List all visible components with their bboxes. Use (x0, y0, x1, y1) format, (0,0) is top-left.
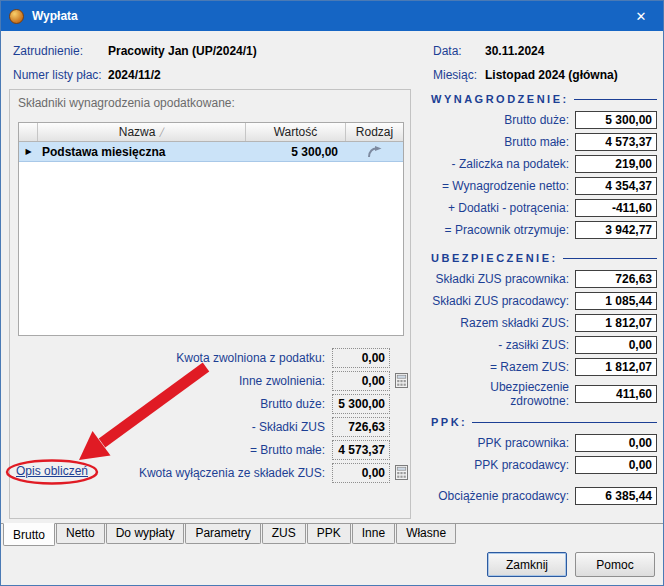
month-label: Miesiąc: (433, 68, 485, 82)
summary-row: Składki ZUS pracodawcy: 1 085,44 (431, 290, 657, 312)
amount-field: 4 354,37 (575, 177, 657, 195)
tab-parametry[interactable]: Parametry (185, 524, 260, 544)
payroll-list-label: Numer listy płac: (13, 68, 108, 82)
close-icon[interactable]: ✕ (619, 1, 663, 31)
header-left: Zatrudnienie: Pracowity Jan (UP/2024/1) … (13, 39, 257, 87)
amount-field: 1 085,44 (575, 292, 657, 310)
amount-field: 0,00 (332, 348, 390, 368)
section-title-wynagrodzenie: WYNAGRODZENIE: (431, 89, 657, 109)
amount-field: -411,60 (575, 199, 657, 217)
amount-field: 219,00 (575, 155, 657, 173)
summary-row: = Wynagrodzenie netto: 4 354,37 (431, 175, 657, 197)
summary-row: = Razem ZUS: 1 812,07 (431, 356, 657, 378)
tab-inne[interactable]: Inne (352, 524, 395, 544)
column-header-wartosc[interactable]: Wartość (246, 123, 346, 141)
row-selector-header (19, 123, 38, 141)
employment-value: Pracowity Jan (UP/2024/1) (108, 44, 257, 58)
amount-field: 411,60 (575, 385, 657, 403)
amount-field: 3 942,77 (575, 221, 657, 239)
field-row-skladki-zus: - Składki ZUS 726,63 (18, 415, 408, 438)
payroll-list-value: 2024/11/2 (108, 68, 161, 82)
amount-field: 1 812,07 (575, 358, 657, 376)
employer-cost-row: Obciążenie pracodawcy: 6 385,44 (431, 485, 657, 507)
window-title: Wypłata (32, 9, 78, 23)
summary-row: = Pracownik otrzymuje: 3 942,77 (431, 219, 657, 241)
amount-field: 5 300,00 (575, 111, 657, 129)
tab-zus[interactable]: ZUS (262, 524, 306, 544)
group-caption: Składniki wynagrodzenia opodatkowane: (18, 96, 235, 110)
date-label: Data: (433, 44, 485, 58)
calculation-description-link[interactable]: Opis obliczeń (16, 464, 88, 478)
summary-row: Razem składki ZUS: 1 812,07 (431, 312, 657, 334)
header-right: Data: 30.11.2024 Miesiąc: Listopad 2024 … (433, 39, 618, 87)
column-header-rodzaj[interactable]: Rodzaj (346, 123, 403, 141)
summary-row: Ubezpieczenie zdrowotne: 411,60 (431, 383, 657, 405)
help-button[interactable]: Pomoc (575, 552, 655, 577)
summary-row: - zasiłki ZUS: 0,00 (431, 334, 657, 356)
section-title-ppk: PPK: (431, 412, 657, 432)
amount-field: 1 812,07 (575, 314, 657, 332)
bottom-tab-bar: Brutto Netto Do wypłaty Parametry ZUS PP… (1, 523, 663, 546)
component-value-cell: 5 300,00 (246, 145, 346, 159)
summary-row: + Dodatki - potrącenia: -411,60 (431, 197, 657, 219)
footer-buttons: Zamknij Pomoc (487, 552, 655, 577)
tab-do-wyplaty[interactable]: Do wypłaty (106, 524, 185, 544)
summary-row: Brutto duże: 5 300,00 (431, 109, 657, 131)
tab-ppk[interactable]: PPK (307, 524, 351, 544)
table-header: Nazwa ╱ Wartość Rodzaj (19, 123, 403, 142)
summary-row: Brutto małe: 4 573,37 (431, 131, 657, 153)
calculator-icon[interactable] (395, 465, 408, 480)
amount-field: 5 300,00 (332, 394, 390, 414)
column-header-nazwa[interactable]: Nazwa ╱ (38, 123, 246, 141)
amount-field[interactable]: 0,00 (332, 463, 390, 483)
amount-field: 0,00 (575, 336, 657, 354)
sort-indicator-icon: ╱ (159, 128, 164, 137)
close-button[interactable]: Zamknij (487, 552, 567, 577)
summary-row: PPK pracownika: 0,00 (431, 432, 657, 454)
amount-field[interactable]: 0,00 (332, 371, 390, 391)
amount-field: 4 573,37 (332, 440, 390, 460)
amount-field: 0,00 (575, 456, 657, 474)
field-row-inne-zwolnienia: Inne zwolnienia: 0,00 (18, 369, 408, 392)
app-coin-icon (9, 9, 24, 24)
component-type-cell (346, 145, 403, 158)
field-row-brutto-duze: Brutto duże: 5 300,00 (18, 392, 408, 415)
section-title-ubezpieczenie: UBEZPIECZENIE: (431, 248, 657, 268)
summary-row: PPK pracodawcy: 0,00 (431, 454, 657, 476)
amount-field: 726,63 (332, 417, 390, 437)
amount-field: 6 385,44 (575, 487, 657, 505)
summary-row: - Zaliczka na podatek: 219,00 (431, 153, 657, 175)
title-bar: Wypłata ✕ (1, 1, 663, 31)
employment-label: Zatrudnienie: (13, 44, 108, 58)
field-row-kwota-zwolniona: Kwota zwolniona z podatku: 0,00 (18, 346, 408, 369)
field-row-brutto-male: = Brutto małe: 4 573,37 (18, 438, 408, 461)
summary-row: Składki ZUS pracownika: 726,63 (431, 268, 657, 290)
table-row[interactable]: ▶ Podstawa miesięczna 5 300,00 (19, 142, 403, 162)
date-value: 30.11.2024 (485, 44, 544, 58)
components-table: Nazwa ╱ Wartość Rodzaj ▶ Podstawa miesię… (18, 122, 404, 336)
month-value: Listopad 2024 (główna) (485, 68, 618, 82)
summary-panel: WYNAGRODZENIE: Brutto duże: 5 300,00 Bru… (431, 89, 657, 507)
calculator-icon[interactable] (395, 373, 408, 388)
current-row-marker-icon: ▶ (19, 147, 38, 156)
tab-brutto[interactable]: Brutto (3, 523, 55, 546)
payout-dialog: Wypłata ✕ Zatrudnienie: Pracowity Jan (U… (0, 0, 664, 586)
amount-field: 726,63 (575, 270, 657, 288)
component-type-arrow-icon (367, 145, 382, 158)
tab-wlasne[interactable]: Własne (396, 524, 456, 544)
amount-field: 4 573,37 (575, 133, 657, 151)
tab-netto[interactable]: Netto (56, 524, 105, 544)
component-name-cell: Podstawa miesięczna (38, 145, 246, 159)
amount-field: 0,00 (575, 434, 657, 452)
taxable-components-group: Składniki wynagrodzenia opodatkowane: Na… (9, 89, 411, 519)
